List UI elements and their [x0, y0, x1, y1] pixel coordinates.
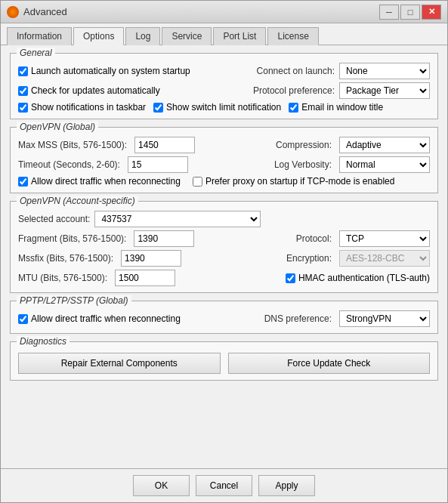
dns-preference-dropdown[interactable]: StrongVPN Default [339, 310, 430, 327]
email-in-title-label: Email in window title [301, 102, 383, 113]
close-button[interactable]: ✕ [422, 5, 441, 20]
minimize-button[interactable]: ─ [379, 5, 399, 20]
hmac-label: HMAC authentication (TLS-auth) [298, 273, 430, 283]
fragment-label: Fragment (Bits, 576-1500): [18, 233, 126, 244]
general-section-title: General [17, 48, 55, 58]
openvpn-account-section: OpenVPN (Account-specific) Selected acco… [10, 201, 438, 293]
prefer-proxy-checkbox[interactable]: Prefer proxy on startup if TCP-mode is e… [193, 176, 395, 187]
window-title: Advanced [23, 6, 67, 17]
email-in-title-checkbox[interactable]: Email in window title [289, 102, 383, 113]
tab-service[interactable]: Service [162, 27, 212, 45]
mtu-label: MTU (Bits, 576-1500): [18, 273, 107, 283]
mssfix-input[interactable] [121, 250, 181, 267]
title-bar-controls: ─ □ ✕ [379, 5, 441, 20]
maximize-button[interactable]: □ [400, 5, 420, 20]
openvpn-global-title: OpenVPN (Global) [17, 122, 98, 132]
fragment-input[interactable] [134, 230, 194, 247]
openvpn-account-title: OpenVPN (Account-specific) [17, 196, 138, 206]
openvpn-global-section: OpenVPN (Global) Max MSS (Bits, 576-1500… [10, 127, 438, 193]
protocol-dropdown[interactable]: TCP UDP [339, 230, 430, 247]
cancel-button[interactable]: Cancel [196, 475, 252, 496]
mtu-input[interactable] [115, 270, 175, 286]
pptp-section: PPTP/L2TP/SSTP (Global) Allow direct tra… [10, 301, 438, 334]
timeout-input[interactable] [128, 156, 188, 173]
pptp-section-title: PPTP/L2TP/SSTP (Global) [17, 295, 131, 306]
tab-license[interactable]: License [267, 27, 318, 45]
apply-button[interactable]: Apply [258, 475, 315, 496]
encryption-label: Encryption: [286, 253, 332, 264]
tab-information[interactable]: Information [7, 27, 72, 45]
pptp-allow-direct-checkbox[interactable]: Allow direct traffic when reconnecting [18, 313, 181, 324]
connect-on-launch-dropdown[interactable]: None Last Used [339, 63, 430, 79]
bottom-bar: OK Cancel Apply [1, 468, 447, 502]
tab-port-list[interactable]: Port List [213, 27, 266, 45]
encryption-dropdown[interactable]: AES-128-CBC AES-256-CBC [339, 250, 430, 267]
diagnostics-buttons-row: Repair External Components Force Update … [18, 353, 430, 374]
diagnostics-section-title: Diagnostics [17, 336, 70, 347]
general-section: General Launch automatically on system s… [10, 53, 438, 119]
hmac-checkbox[interactable]: HMAC authentication (TLS-auth) [286, 273, 430, 283]
compression-label: Compression: [276, 140, 332, 150]
pptp-allow-direct-label: Allow direct traffic when reconnecting [31, 313, 181, 324]
allow-direct-reconnect-label: Allow direct traffic when reconnecting [31, 176, 181, 187]
show-switch-limit-label: Show switch limit notification [166, 102, 281, 113]
selected-account-label: Selected account: [18, 214, 90, 224]
protocol-preference-label: Protocol preference: [253, 85, 335, 96]
show-notifications-label: Show notifications in taskbar [31, 102, 146, 113]
launch-auto-checkbox[interactable]: Launch automatically on system startup [18, 66, 190, 76]
prefer-proxy-label: Prefer proxy on startup if TCP-mode is e… [205, 176, 395, 187]
show-notifications-checkbox[interactable]: Show notifications in taskbar [18, 102, 146, 113]
dns-preference-label: DNS preference: [264, 313, 332, 324]
allow-direct-reconnect-checkbox[interactable]: Allow direct traffic when reconnecting [18, 176, 181, 187]
tab-log[interactable]: Log [125, 27, 160, 45]
compression-dropdown[interactable]: Adaptive None LZO [339, 137, 430, 153]
show-switch-limit-checkbox[interactable]: Show switch limit notification [153, 102, 281, 113]
protocol-label: Protocol: [296, 233, 332, 244]
log-verbosity-label: Log Verbosity: [274, 159, 332, 170]
flame-icon [7, 6, 19, 18]
mssfix-label: Mssfix (Bits, 576-1500): [18, 253, 113, 264]
tabs-bar: Information Options Log Service Port Lis… [1, 23, 447, 45]
force-update-button[interactable]: Force Update Check [228, 353, 431, 374]
log-verbosity-dropdown[interactable]: Normal Verbose [339, 156, 430, 173]
connect-on-launch-label: Connect on launch: [257, 66, 335, 76]
selected-account-dropdown[interactable]: 437537 [94, 211, 261, 227]
check-updates-label: Check for updates automatically [31, 85, 160, 96]
launch-auto-label: Launch automatically on system startup [31, 66, 190, 76]
window: Advanced ─ □ ✕ Information Options Log S… [0, 0, 448, 503]
timeout-label: Timeout (Seconds, 2-60): [18, 159, 120, 170]
repair-button[interactable]: Repair External Components [18, 353, 221, 374]
max-mss-input[interactable] [134, 137, 195, 153]
diagnostics-section: Diagnostics Repair External Components F… [10, 341, 438, 381]
protocol-preference-dropdown[interactable]: Package Tier TCP UDP [339, 82, 430, 99]
tab-options[interactable]: Options [73, 27, 124, 45]
content-area: General Launch automatically on system s… [1, 45, 447, 468]
ok-button[interactable]: OK [133, 475, 190, 496]
title-bar-left: Advanced [7, 6, 67, 18]
check-updates-checkbox[interactable]: Check for updates automatically [18, 85, 160, 96]
title-bar: Advanced ─ □ ✕ [1, 1, 447, 23]
max-mss-label: Max MSS (Bits, 576-1500): [18, 140, 127, 150]
